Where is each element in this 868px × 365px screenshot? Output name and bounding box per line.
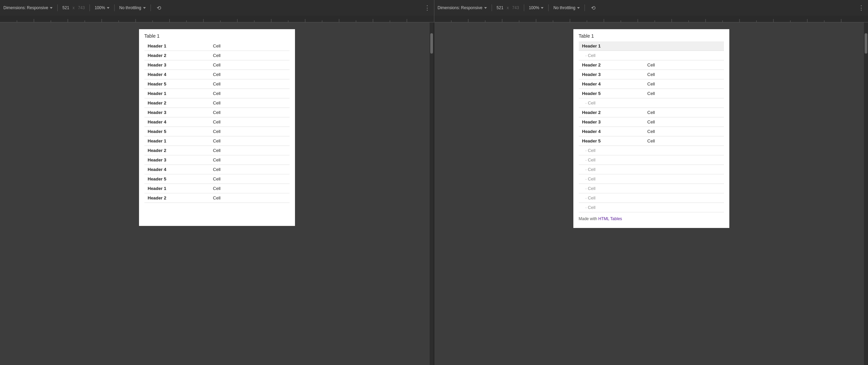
sep-8 (585, 4, 585, 11)
dimensions-label-right: Dimensions: Responsive (438, 5, 482, 10)
footer-text: Made with (579, 216, 598, 221)
table-row: Header 1 Cell (144, 41, 290, 51)
more-options-left[interactable]: ⋮ (424, 4, 431, 12)
row-header: Header 5 (579, 89, 644, 98)
row-header: Header 4 (579, 127, 644, 136)
right-panel: Table 1 Header 1· Cell Header 2 Cell Hea… (434, 22, 868, 365)
left-scrollbar-thumb[interactable] (430, 33, 433, 54)
row-header: Header 5 (144, 127, 210, 136)
row-header: Header 5 (579, 136, 644, 146)
solo-cell: · Cell (579, 146, 724, 155)
row-cell: Cell (644, 108, 724, 117)
table-row: Header 1 Cell (144, 136, 290, 146)
solo-cell: · Cell (579, 165, 724, 174)
sync-icon-right[interactable]: ⟲ (590, 4, 596, 11)
solo-cell: · Cell (579, 174, 724, 184)
table-row: Header 4 Cell (579, 127, 724, 136)
row-cell: Cell (210, 174, 289, 184)
table-row: Header 4 Cell (579, 79, 724, 89)
table-row: Header 4 Cell (144, 165, 290, 174)
sync-icon-left[interactable]: ⟲ (156, 4, 162, 11)
solo-cell: · Cell (579, 51, 724, 60)
row-header: Header 2 (144, 98, 210, 108)
solo-cell: · Cell (579, 98, 724, 108)
footer-link[interactable]: HTML Tables (598, 216, 622, 221)
width-left: 521 (62, 5, 69, 10)
table-row: · Cell (579, 146, 724, 155)
right-scrollbar-thumb[interactable] (865, 33, 867, 54)
row-cell: Cell (644, 136, 724, 146)
row-header: Header 3 (144, 155, 210, 165)
left-content-card: Table 1 Header 1 Cell Header 2 Cell Head… (139, 29, 295, 226)
row-cell: Cell (210, 98, 289, 108)
row-header: Header 1 (144, 41, 210, 51)
table-row: · Cell (579, 203, 724, 212)
x-label-right: x (507, 5, 509, 10)
table-row: Header 3 Cell (579, 117, 724, 127)
dimensions-dropdown-right[interactable]: Dimensions: Responsive (438, 5, 487, 10)
svg-rect-0 (0, 16, 434, 22)
sep-6 (524, 4, 524, 11)
sep-4 (151, 4, 151, 11)
width-right: 521 (497, 5, 504, 10)
row-cell: Cell (644, 127, 724, 136)
row-header: Header 1 (144, 184, 210, 193)
row-header: Header 3 (144, 60, 210, 70)
table-row: Header 3 Cell (144, 60, 290, 70)
table-row: Header 2 Cell (144, 98, 290, 108)
right-content-card: Table 1 Header 1· Cell Header 2 Cell Hea… (573, 29, 729, 228)
row-header: Header 3 (579, 70, 644, 79)
solo-cell: · Cell (579, 184, 724, 193)
row-cell: Cell (210, 165, 289, 174)
table-row: · Cell (579, 98, 724, 108)
right-table: Header 1· Cell Header 2 Cell Header 3 Ce… (579, 41, 724, 212)
table-row: Header 5 Cell (144, 79, 290, 89)
row-cell: Cell (210, 70, 289, 79)
table-row: Header 5 Cell (579, 89, 724, 98)
dimensions-dropdown-left[interactable]: Dimensions: Responsive (3, 5, 53, 10)
row-header: Header 2 (144, 51, 210, 60)
row-cell: Cell (210, 79, 289, 89)
ruler (0, 16, 868, 22)
more-options-right[interactable]: ⋮ (858, 4, 865, 12)
row-header: Header 4 (144, 165, 210, 174)
table-row: Header 2 Cell (144, 146, 290, 155)
throttling-chevron-right (577, 7, 580, 9)
row-header: Header 2 (144, 193, 210, 203)
table-row: Header 5 Cell (144, 174, 290, 184)
left-scrollbar[interactable] (430, 22, 434, 365)
svg-rect-25 (434, 16, 868, 22)
card-footer: Made with HTML Tables (579, 216, 724, 221)
table-row: Header 3 Cell (144, 155, 290, 165)
solo-cell: · Cell (579, 193, 724, 203)
table-row: Header 4 Cell (144, 117, 290, 127)
throttling-chevron-left (143, 7, 146, 9)
table-row: Header 1 Cell (144, 89, 290, 98)
row-cell: Cell (644, 89, 724, 98)
solo-cell: · Cell (579, 155, 724, 165)
table-row: Header 1 Cell (144, 184, 290, 193)
right-scrollbar[interactable] (864, 22, 868, 365)
throttling-dropdown-left[interactable]: No throttling (119, 5, 146, 10)
row-header: Header 2 (144, 146, 210, 155)
throttling-dropdown-right[interactable]: No throttling (553, 5, 580, 10)
left-table: Header 1 Cell Header 2 Cell Header 3 Cel… (144, 41, 290, 203)
left-panel: Table 1 Header 1 Cell Header 2 Cell Head… (0, 22, 434, 365)
height-left: 743 (78, 5, 85, 10)
row-header: Header 1 (144, 89, 210, 98)
row-header: Header 1 (144, 136, 210, 146)
row-header: Header 4 (144, 117, 210, 127)
sep-7 (548, 4, 549, 11)
ruler-right (434, 16, 868, 22)
row-header: Header 2 (579, 60, 644, 70)
height-right: 743 (512, 5, 519, 10)
row-cell: Cell (210, 108, 289, 117)
zoom-dropdown-left[interactable]: 100% (95, 5, 110, 10)
row-cell: Cell (210, 60, 289, 70)
table-row: · Cell (579, 165, 724, 174)
sep-2 (90, 4, 90, 11)
zoom-dropdown-right[interactable]: 100% (529, 5, 544, 10)
row-cell: Cell (210, 136, 289, 146)
dimensions-chevron-left (50, 7, 53, 9)
table-row: Header 2 Cell (579, 108, 724, 117)
